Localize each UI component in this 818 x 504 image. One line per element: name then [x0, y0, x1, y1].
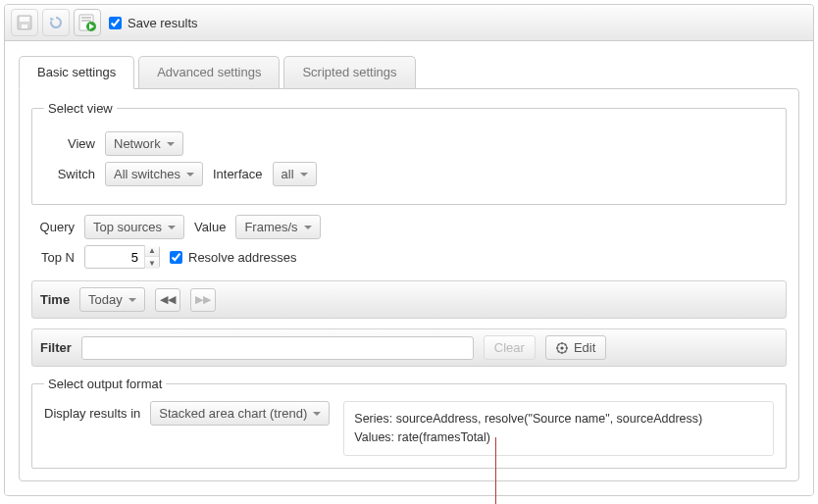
save-results-checkbox[interactable] — [109, 17, 122, 29]
query-dropdown[interactable]: Top sources — [84, 215, 184, 239]
save-results-checkbox-wrap: Save results — [109, 16, 198, 30]
query-label: Query — [33, 220, 75, 234]
svg-rect-4 — [81, 17, 91, 19]
annotation-line — [495, 437, 496, 505]
filter-clear-button[interactable]: Clear — [484, 335, 536, 360]
refresh-button[interactable] — [42, 9, 70, 36]
view-label: View — [44, 136, 95, 151]
time-bar: Time Today ◀◀ ▶▶ — [31, 280, 787, 319]
chevron-down-icon — [167, 142, 175, 146]
info-series-line: Series: sourceAddress, resolve("Source n… — [354, 410, 763, 428]
time-prev-button[interactable]: ◀◀ — [155, 288, 180, 312]
svg-rect-5 — [81, 20, 91, 22]
filter-bar: Filter Clear Edit — [31, 328, 787, 367]
filter-edit-label: Edit — [574, 340, 595, 355]
tab-advanced-settings[interactable]: Advanced settings — [138, 56, 280, 89]
view-dropdown-value: Network — [114, 136, 161, 151]
display-format-info-panel: Series: sourceAddress, resolve("Source n… — [343, 401, 774, 456]
toolbar: Save results — [5, 5, 813, 41]
run-button[interactable] — [74, 9, 101, 36]
save-button[interactable] — [11, 9, 38, 36]
time-dropdown-value: Today — [88, 292, 123, 307]
view-dropdown[interactable]: Network — [105, 131, 183, 156]
interface-dropdown[interactable]: all — [273, 162, 317, 186]
basic-settings-panel: Select view View Network Switch All swit… — [19, 88, 799, 481]
tabs: Basic settings Advanced settings Scripte… — [19, 55, 799, 88]
double-chevron-left-icon: ◀◀ — [160, 293, 176, 306]
settings-window: Save results Basic settings Advanced set… — [4, 4, 814, 496]
annotation: Display format information panel — [0, 496, 818, 505]
interface-dropdown-value: all — [281, 167, 294, 181]
refresh-icon — [48, 15, 64, 30]
topn-stepper[interactable]: ▲ ▼ — [84, 245, 160, 269]
svg-point-8 — [560, 346, 563, 349]
select-output-fieldset: Select output format Display results in … — [31, 377, 787, 469]
resolve-addresses-checkbox[interactable] — [170, 251, 182, 264]
filter-title: Filter — [40, 340, 72, 355]
main-panel: Basic settings Advanced settings Scripte… — [5, 41, 813, 495]
double-chevron-right-icon: ▶▶ — [195, 293, 211, 306]
save-results-label: Save results — [128, 16, 198, 30]
gear-icon — [556, 342, 568, 354]
chevron-down-icon — [300, 173, 308, 176]
interface-label: Interface — [213, 167, 263, 181]
svg-rect-1 — [20, 17, 29, 22]
switch-dropdown-value: All switches — [114, 167, 180, 181]
topn-up[interactable]: ▲ — [145, 245, 159, 257]
topn-label: Top N — [33, 250, 75, 265]
svg-rect-2 — [22, 25, 27, 28]
time-title: Time — [40, 292, 70, 307]
display-results-label: Display results in — [44, 406, 140, 421]
chevron-down-icon — [304, 226, 312, 229]
info-values-line: Values: rate(framesTotal) — [354, 428, 763, 447]
tab-scripted-settings[interactable]: Scripted settings — [283, 56, 415, 89]
time-dropdown[interactable]: Today — [79, 287, 145, 312]
select-output-legend: Select output format — [44, 377, 166, 391]
chevron-down-icon — [128, 298, 136, 302]
topn-input[interactable] — [85, 248, 144, 267]
filter-edit-button[interactable]: Edit — [545, 335, 606, 360]
display-results-dropdown[interactable]: Stacked area chart (trend) — [150, 401, 330, 426]
value-dropdown-value: Frames/s — [244, 220, 297, 234]
display-results-value: Stacked area chart (trend) — [159, 406, 307, 421]
tab-basic-settings[interactable]: Basic settings — [19, 56, 134, 89]
topn-down[interactable]: ▼ — [145, 257, 159, 269]
value-label: Value — [194, 220, 226, 234]
run-icon — [78, 14, 96, 31]
chevron-down-icon — [186, 173, 194, 176]
floppy-disk-icon — [17, 15, 32, 30]
filter-input[interactable] — [81, 336, 474, 360]
resolve-addresses-wrap: Resolve addresses — [170, 250, 297, 265]
chevron-down-icon — [168, 226, 176, 229]
chevron-down-icon — [313, 412, 321, 416]
select-view-fieldset: Select view View Network Switch All swit… — [31, 101, 787, 205]
switch-label: Switch — [44, 167, 95, 181]
value-dropdown[interactable]: Frames/s — [235, 215, 320, 239]
query-dropdown-value: Top sources — [93, 220, 162, 234]
select-view-legend: Select view — [44, 101, 117, 116]
switch-dropdown[interactable]: All switches — [105, 162, 203, 186]
resolve-addresses-label: Resolve addresses — [188, 250, 297, 265]
time-next-button[interactable]: ▶▶ — [190, 288, 216, 312]
